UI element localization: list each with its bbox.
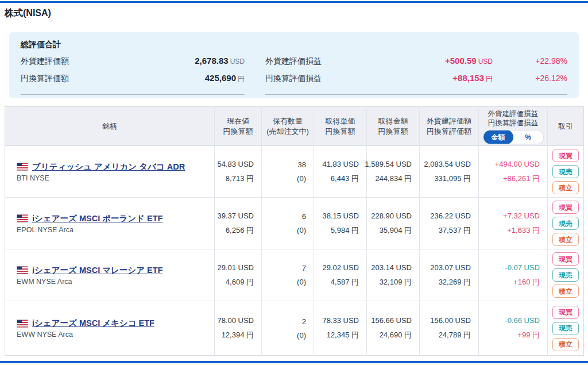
stock-link[interactable]: iシェアーズ MSCI メキシコ ETF: [32, 318, 154, 329]
top-accent-line: [0, 1, 588, 3]
trade-cell: 現買 現売 積立: [548, 198, 584, 249]
buy-button[interactable]: 現買: [552, 306, 579, 319]
quantity-cell: 7(0): [262, 249, 314, 301]
amount-cell: 156.66 USD24,690 円: [367, 301, 420, 356]
col-header-price: 現在値円換算額: [215, 107, 262, 146]
valuation-cell: 203.07 USD32,269 円: [420, 249, 479, 301]
holdings-table: 銘柄 現在値円換算額 保有数量(売却注文中) 取得単価円換算額 取得金額円換算額…: [5, 106, 584, 356]
stock-name-cell: ブリティッシュ アメリカン タバコ ADR BTI NYSE: [5, 146, 215, 198]
summary-label: 外貨建評価損益: [265, 56, 322, 67]
col-header-quantity: 保有数量(売却注文中): [262, 107, 314, 146]
buy-button[interactable]: 現買: [552, 201, 579, 214]
summary-pl-percent: +22.98%: [493, 56, 567, 66]
col-header-valuation: 外貨建評価額円換算評価額: [420, 107, 479, 146]
quantity-cell: 6(0): [262, 198, 314, 249]
col-header-name: 銘柄: [5, 107, 215, 146]
cost-cell: 41.83 USD6,443 円: [314, 146, 367, 198]
stock-ticker: BTI NYSE: [17, 174, 214, 182]
stock-link[interactable]: ブリティッシュ アメリカン タバコ ADR: [32, 162, 185, 172]
pl-cell: +494.00 USD+86,261 円: [479, 146, 548, 198]
toggle-percent[interactable]: %: [513, 130, 543, 144]
quantity-cell: 38(0): [262, 146, 314, 198]
total-valuation-summary: 総評価合計 外貨建評価額 2,678.83USD 円換算評価額 425,690円…: [9, 32, 579, 98]
price-cell: 54.83 USD8,713 円: [215, 146, 262, 198]
stock-ticker: EWW NYSE Arca: [17, 331, 214, 339]
summary-row-fx-valuation: 外貨建評価額 2,678.83USD: [21, 56, 245, 73]
amount-cell: 1,589.54 USD244,834 円: [367, 146, 420, 198]
summary-unit: USD: [230, 57, 245, 66]
trade-cell: 現買 現売 積立: [548, 301, 584, 356]
table-row: iシェアーズ MSCI メキシコ ETF EWW NYSE Arca 78.00…: [5, 301, 584, 356]
accumulate-button[interactable]: 積立: [552, 233, 579, 246]
valuation-cell: 2,083.54 USD331,095 円: [420, 146, 479, 198]
col-header-pl: 外貨建評価損益円換算評価損益 金額 %: [479, 107, 548, 146]
summary-label: 外貨建評価額: [21, 56, 69, 67]
sell-button[interactable]: 現売: [552, 217, 579, 230]
accumulate-button[interactable]: 積立: [552, 338, 579, 351]
col-header-cost: 取得単価円換算額: [314, 107, 367, 146]
price-cell: 39.37 USD6,256 円: [215, 198, 262, 249]
us-flag-icon: [17, 214, 28, 222]
summary-label: 円換算評価損益: [265, 74, 322, 84]
stock-link[interactable]: iシェアーズ MSCI ポーランド ETF: [32, 213, 163, 224]
buy-button[interactable]: 現買: [552, 149, 579, 162]
us-flag-icon: [17, 320, 28, 328]
summary-value: 425,690: [205, 73, 236, 83]
col-header-amount: 取得金額円換算額: [367, 107, 420, 146]
table-row: iシェアーズ MSCI ポーランド ETF EPOL NYSE Arca 39.…: [5, 198, 584, 249]
stock-ticker: EPOL NYSE Arca: [17, 226, 214, 234]
summary-pl-unit: 円: [486, 75, 493, 83]
cost-cell: 38.15 USD5,984 円: [314, 198, 367, 249]
stock-name-cell: iシェアーズ MSCI メキシコ ETF EWW NYSE Arca: [5, 301, 215, 356]
sell-button[interactable]: 現売: [552, 268, 579, 282]
summary-unit: 円: [238, 75, 245, 83]
cost-cell: 29.02 USD4,587 円: [314, 249, 367, 301]
sell-button[interactable]: 現売: [552, 165, 579, 178]
stock-ticker: EWM NYSE Arca: [17, 278, 214, 286]
stock-link[interactable]: iシェアーズ MSCI マレーシア ETF: [32, 265, 163, 276]
summary-row-jpy-pl: 円換算評価損益 +88,153円 +26.12%: [265, 73, 567, 90]
pl-cell: -0.07 USD+160 円: [479, 249, 548, 301]
trade-cell: 現買 現売 積立: [548, 249, 584, 301]
summary-row-fx-pl: 外貨建評価損益 +500.59USD +22.98%: [265, 56, 567, 73]
pl-display-toggle[interactable]: 金額 %: [483, 130, 544, 144]
amount-cell: 203.14 USD32,109 円: [367, 249, 420, 301]
cost-cell: 78.33 USD12,345 円: [314, 301, 367, 356]
summary-pl-value: +500.59: [445, 56, 477, 66]
summary-title: 総評価合計: [21, 40, 567, 50]
sell-button[interactable]: 現売: [552, 322, 579, 335]
valuation-cell: 156.00 USD24,789 円: [420, 301, 479, 356]
valuation-cell: 236.22 USD37,537 円: [420, 198, 479, 249]
accumulate-button[interactable]: 積立: [552, 285, 579, 298]
summary-pl-percent: +26.12%: [493, 74, 567, 83]
table-row: ブリティッシュ アメリカン タバコ ADR BTI NYSE 54.83 USD…: [5, 146, 584, 198]
col-header-trade: 取引: [548, 107, 584, 146]
table-row: iシェアーズ MSCI マレーシア ETF EWM NYSE Arca 29.0…: [5, 249, 584, 301]
buy-button[interactable]: 現買: [552, 252, 579, 266]
stock-name-cell: iシェアーズ MSCI マレーシア ETF EWM NYSE Arca: [5, 249, 215, 301]
summary-value: 2,678.83: [195, 56, 228, 66]
summary-label: 円換算評価額: [21, 74, 69, 84]
stock-name-cell: iシェアーズ MSCI ポーランド ETF EPOL NYSE Arca: [5, 198, 215, 249]
us-flag-icon: [17, 163, 28, 171]
toggle-amount[interactable]: 金額: [483, 130, 513, 144]
table-header-row: 銘柄 現在値円換算額 保有数量(売却注文中) 取得単価円換算額 取得金額円換算額…: [5, 107, 584, 146]
pl-cell: +7.32 USD+1,633 円: [479, 198, 548, 249]
quantity-cell: 2(0): [262, 301, 314, 356]
us-flag-icon: [17, 266, 28, 274]
amount-cell: 228.90 USD35,904 円: [367, 198, 420, 249]
pl-cell: -0.66 USD+99 円: [479, 301, 548, 356]
summary-row-jpy-valuation: 円換算評価額 425,690円: [21, 73, 245, 90]
trade-cell: 現買 現売 積立: [548, 146, 584, 198]
summary-pl-value: +88,153: [452, 73, 484, 83]
price-cell: 78.00 USD12,394 円: [215, 301, 262, 356]
accumulate-button[interactable]: 積立: [552, 181, 579, 194]
bottom-accent-line: [0, 361, 588, 363]
page-title: 株式(NISA): [5, 7, 51, 20]
price-cell: 29.01 USD4,609 円: [215, 249, 262, 301]
summary-pl-unit: USD: [478, 57, 493, 66]
